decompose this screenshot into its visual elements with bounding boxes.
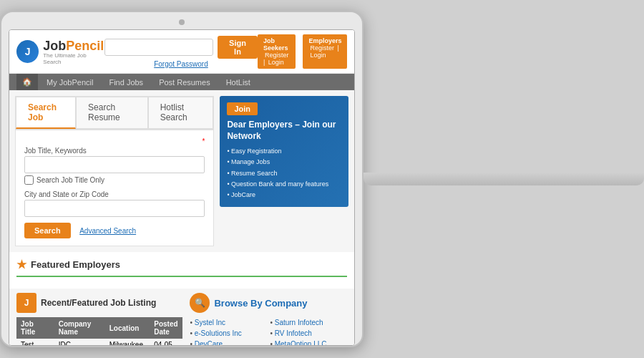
- register-link[interactable]: Register: [265, 52, 289, 59]
- browse-title-block: 🔍 Browse By Company: [190, 293, 347, 313]
- jobs-panel: J Recent/Featured Job Listing Job Title …: [16, 293, 182, 346]
- logo-pencil: Pencil: [66, 39, 104, 53]
- browse-title[interactable]: Browse By Company: [214, 298, 307, 309]
- title-only-checkbox[interactable]: [24, 175, 34, 185]
- join-item-3: Resume Search: [227, 168, 341, 179]
- recent-title-block: J Recent/Featured Job Listing: [16, 293, 182, 313]
- nav-findjobs[interactable]: Find Jobs: [102, 74, 150, 90]
- employers-label: Employers: [308, 37, 341, 44]
- header-right: Job Seekers Register | Login Employers R…: [258, 34, 348, 69]
- form-actions: Search Advanced Search: [24, 223, 205, 238]
- laptop-screen: J JobPencil The Ultimate Job Search Sign…: [9, 29, 355, 346]
- logo-icon: J: [16, 40, 39, 63]
- join-item-5: JobCare: [227, 190, 341, 200]
- table-row: Test Engineer IDC Technologies Milwaukee…: [16, 339, 182, 346]
- bottom-content: J Recent/Featured Job Listing Job Title …: [9, 289, 354, 346]
- jobs-icon: J: [16, 293, 36, 313]
- company-item-2[interactable]: e-Solutions Inc: [190, 329, 267, 337]
- col-location: Location: [105, 317, 150, 339]
- location-group: City and State or Zip Code: [24, 190, 205, 217]
- laptop-outer: J JobPencil The Ultimate Job Search Sign…: [0, 11, 364, 347]
- logo-tagline: The Ultimate Job Search: [43, 52, 104, 65]
- logo-area: J JobPencil The Ultimate Job Search: [16, 39, 104, 65]
- jobs-table: Job Title Company Name Location Posted D…: [16, 317, 182, 346]
- right-panel: Join Dear Employers – Join our Network E…: [220, 96, 348, 246]
- tab-search-job[interactable]: Search Job: [16, 97, 76, 129]
- logo-text: JobPencil: [43, 39, 104, 54]
- nav-myjobpencil[interactable]: My JobPencil: [39, 74, 100, 90]
- green-divider: [16, 276, 347, 277]
- job-date-1: 04-05-2016: [150, 339, 182, 346]
- col-title: Job Title: [16, 317, 54, 339]
- employers-section: Employers Register | Login: [303, 34, 347, 69]
- laptop-base: [364, 173, 644, 185]
- job-title-1: Test Engineer: [16, 339, 54, 346]
- company-item-0[interactable]: Systel Inc: [190, 319, 267, 326]
- browse-icon: 🔍: [190, 293, 210, 313]
- company-list: Systel Inc Saturn Infotech e-Solutions I…: [190, 319, 347, 346]
- checkbox-group: Search Job Title Only: [24, 175, 205, 185]
- advanced-search-link[interactable]: Advanced Search: [79, 227, 136, 235]
- col-company: Company Name: [54, 317, 105, 339]
- tabs: Search Job Search Resume Hotlist Search: [16, 97, 213, 130]
- featured-title-block: ★ Featured Employers: [16, 258, 347, 271]
- keyword-input[interactable]: [24, 156, 205, 173]
- tab-search-resume[interactable]: Search Resume: [76, 97, 148, 129]
- left-panel: Search Job Search Resume Hotlist Search …: [15, 96, 214, 246]
- header-center: Sign In Forgot Password: [104, 36, 258, 68]
- location-label: City and State or Zip Code: [24, 190, 205, 198]
- featured-title: Featured Employers: [31, 259, 120, 270]
- nav-bar: 🏠 My JobPencil Find Jobs Post Resumes Ho…: [9, 74, 354, 90]
- tab-hotlist-search[interactable]: Hotlist Search: [148, 97, 214, 129]
- logo-text-block: JobPencil The Ultimate Job Search: [43, 39, 104, 65]
- join-box: Join Dear Employers – Join our Network E…: [220, 96, 348, 207]
- keyword-label: Job Title, Keywords: [24, 147, 205, 155]
- table-header-row: Job Title Company Name Location Posted D…: [16, 317, 182, 339]
- recent-title: Recent/Featured Job Listing: [41, 298, 156, 308]
- join-item-2: Manage Jobs: [227, 157, 341, 168]
- search-button[interactable]: Search: [24, 223, 71, 238]
- job-location-1: Milwaukee, WI: [105, 339, 150, 346]
- site-header: J JobPencil The Ultimate Job Search Sign…: [9, 30, 354, 74]
- join-title: Dear Employers – Join our Network: [227, 120, 341, 142]
- job-seekers-label: Job Seekers: [263, 37, 288, 52]
- required-note: *: [24, 137, 205, 145]
- nav-postresumes[interactable]: Post Resumes: [152, 74, 218, 90]
- signin-button[interactable]: Sign In: [218, 36, 258, 59]
- forgot-password-link[interactable]: Forgot Password: [154, 60, 208, 68]
- join-list: Easy Registration Manage Jobs Resume Sea…: [227, 146, 341, 200]
- main-content: Search Job Search Resume Hotlist Search …: [9, 90, 354, 252]
- company-item-4[interactable]: DevCare: [190, 340, 267, 346]
- keyword-group: Job Title, Keywords Search Job Title Onl…: [24, 147, 205, 185]
- company-item-3[interactable]: RV Infotech: [270, 329, 347, 337]
- featured-section: ★ Featured Employers: [9, 252, 354, 289]
- employer-login-link[interactable]: Login: [310, 52, 326, 59]
- job-company-1: IDC Technologies: [54, 339, 105, 346]
- job-seekers-section: Job Seekers Register | Login: [258, 34, 296, 69]
- star-icon: ★: [16, 258, 26, 271]
- laptop-camera: [179, 19, 185, 25]
- join-item-1: Easy Registration: [227, 146, 341, 157]
- search-form: * Job Title, Keywords Search Job Title O…: [16, 130, 213, 246]
- search-signin: Sign In: [104, 36, 258, 59]
- join-item-4: Question Bank and many features: [227, 179, 341, 190]
- company-panel: 🔍 Browse By Company Systel Inc Saturn In…: [190, 293, 347, 346]
- header-search-input[interactable]: [104, 39, 213, 56]
- logo-job: Job: [43, 39, 66, 53]
- company-item-1[interactable]: Saturn Infotech: [270, 319, 347, 326]
- join-button[interactable]: Join: [227, 102, 258, 115]
- company-item-5[interactable]: MetaOption LLC: [270, 340, 347, 346]
- login-link[interactable]: Login: [268, 59, 284, 66]
- nav-hotlist[interactable]: HotList: [219, 74, 258, 90]
- location-input[interactable]: [24, 200, 205, 217]
- col-date: Posted Date: [150, 317, 182, 339]
- required-star: *: [203, 137, 205, 145]
- employer-register-link[interactable]: Register: [310, 44, 334, 52]
- checkbox-label-text: Search Job Title Only: [36, 176, 104, 184]
- nav-home[interactable]: 🏠: [16, 74, 38, 90]
